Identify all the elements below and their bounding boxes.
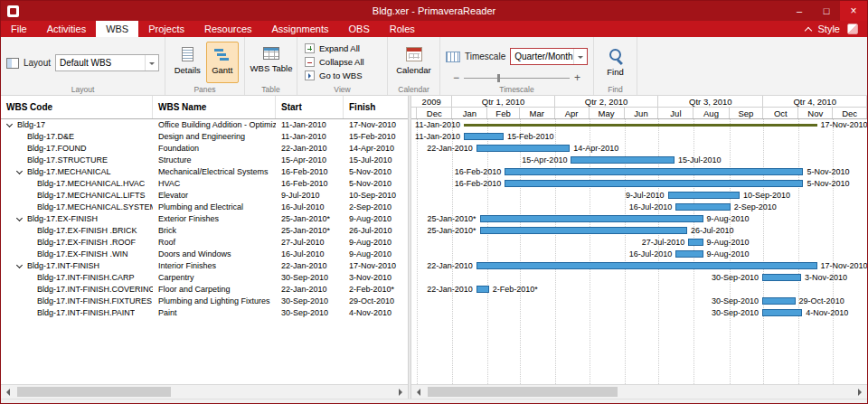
gantt-bar[interactable] xyxy=(464,133,504,140)
timeline-quarter-cell: Qtr 4, 2010 xyxy=(763,96,867,108)
bar-finish-date-label: 3-Nov-2010 xyxy=(805,272,847,284)
menu-tab-obs[interactable]: OBS xyxy=(339,21,380,37)
menu-tab-wbs[interactable]: WBS xyxy=(96,21,138,37)
main-content: WBS Code WBS Name Start Finish Bldg-17Of… xyxy=(1,96,867,399)
table-row[interactable]: Bldg-17.EX-FINISH .ROOFRoof27-Jul-20109-… xyxy=(1,237,408,249)
gantt-bar[interactable] xyxy=(688,239,703,246)
table-row[interactable]: Bldg-17Office Building Addition - Optimi… xyxy=(1,119,408,131)
menu-tab-activities[interactable]: Activities xyxy=(37,21,96,37)
table-row[interactable]: Bldg-17.EX-FINISHExterior Finishes25-Jan… xyxy=(1,213,408,225)
collapse-all-icon xyxy=(305,57,315,67)
gantt-summary-bar[interactable] xyxy=(464,124,817,127)
gantt-bar[interactable] xyxy=(476,286,489,293)
bar-finish-date-label: 17-Nov-2010 xyxy=(821,119,867,131)
bar-start-date-label: 11-Jan-2010 xyxy=(415,131,460,143)
menu-tab-assignments[interactable]: Assignments xyxy=(262,21,339,37)
column-header-wbs-name[interactable]: WBS Name xyxy=(153,96,276,118)
gantt-bar[interactable] xyxy=(476,262,817,269)
ribbon-group-view: Expand All Collapse All Go to WBS View xyxy=(297,37,388,95)
table-row[interactable]: Bldg-17.INT-FINISH.CARPCarpentry30-Sep-2… xyxy=(1,272,408,284)
wbs-name-cell: Elevator xyxy=(153,190,276,202)
collapse-ribbon-icon[interactable] xyxy=(804,26,811,33)
gantt-horizontal-scrollbar[interactable] xyxy=(411,384,867,399)
gantt-bar[interactable] xyxy=(762,297,796,305)
maximize-button[interactable]: □ xyxy=(813,1,840,21)
dropdown-arrow-icon[interactable] xyxy=(145,55,158,70)
gantt-bar[interactable] xyxy=(762,274,801,281)
calendar-button[interactable]: Calendar xyxy=(393,42,434,83)
scroll-right-icon[interactable] xyxy=(393,385,408,399)
scroll-right-icon[interactable] xyxy=(853,385,867,399)
start-cell: 15-Apr-2010 xyxy=(276,155,344,166)
table-row[interactable]: Bldg-17.INT-FINISH.COVERINGSFloor and Ca… xyxy=(1,284,408,296)
scrollbar-thumb[interactable] xyxy=(17,387,171,397)
style-label[interactable]: Style xyxy=(818,23,840,34)
collapse-chevron-icon[interactable] xyxy=(6,124,17,127)
find-button[interactable]: Find xyxy=(599,42,631,83)
timescale-zoom-slider[interactable] xyxy=(464,78,570,79)
menu-tab-resources[interactable]: Resources xyxy=(194,21,262,37)
menu-tab-roles[interactable]: Roles xyxy=(380,21,425,37)
scroll-left-icon[interactable] xyxy=(1,385,15,399)
wbs-name-cell: Exterior Finishes xyxy=(153,213,276,225)
gantt-row: 9-Jul-201010-Sep-2010 xyxy=(411,190,867,202)
table-row[interactable]: Bldg-17.EX-FINISH .WINDoors and Windows1… xyxy=(1,249,408,260)
gantt-bar[interactable] xyxy=(675,250,703,258)
column-header-start[interactable]: Start xyxy=(276,96,344,118)
menu-right: Style xyxy=(806,21,867,37)
details-button[interactable]: Details xyxy=(171,42,204,83)
collapse-chevron-icon[interactable] xyxy=(16,218,27,221)
gantt-button[interactable]: Gantt xyxy=(206,42,240,83)
bar-start-date-label: 16-Jul-2010 xyxy=(629,202,673,213)
table-row[interactable]: Bldg-17.MECHANICAL.LIFTSElevator9-Jul-20… xyxy=(1,190,408,202)
finish-cell: 9-Aug-2010 xyxy=(344,213,408,225)
gantt-bar[interactable] xyxy=(480,215,703,222)
collapse-chevron-icon[interactable] xyxy=(16,171,27,174)
slider-thumb[interactable] xyxy=(497,74,500,82)
table-row[interactable]: Bldg-17.INT-FINISHInterior Finishes22-Ja… xyxy=(1,260,408,272)
style-icon[interactable] xyxy=(847,23,858,34)
gantt-bar[interactable] xyxy=(505,168,803,175)
gantt-bar[interactable] xyxy=(480,227,687,234)
gantt-bar[interactable] xyxy=(476,145,570,152)
zoom-out-button[interactable]: − xyxy=(453,73,459,82)
layout-field-label: Layout xyxy=(24,58,51,68)
menu-tab-file[interactable]: File xyxy=(1,21,37,37)
dropdown-arrow-icon[interactable] xyxy=(573,49,587,64)
gantt-bar[interactable] xyxy=(675,203,730,211)
table-row[interactable]: Bldg-17.MECHANICAL.HVACHVAC16-Feb-20105-… xyxy=(1,178,408,190)
zoom-in-button[interactable]: + xyxy=(574,73,580,82)
scrollbar-thumb[interactable] xyxy=(428,387,618,397)
scroll-left-icon[interactable] xyxy=(411,385,426,399)
bar-finish-date-label: 2-Sep-2010 xyxy=(734,202,777,213)
table-horizontal-scrollbar[interactable] xyxy=(1,384,408,399)
gantt-bar[interactable] xyxy=(505,180,803,187)
table-row[interactable]: Bldg-17.EX-FINISH .BRICKBrick25-Jan-2010… xyxy=(1,225,408,237)
table-row[interactable]: Bldg-17.INT-FINISH.PAINTPaint30-Sep-2010… xyxy=(1,307,408,319)
table-row[interactable]: Bldg-17.MECHANICAL.SYSTEMSPlumbing and E… xyxy=(1,202,408,213)
table-row[interactable]: Bldg-17.MECHANICALMechanical/Electrical … xyxy=(1,166,408,178)
table-row[interactable]: Bldg-17.INT-FINISH.FIXTURESPlumbing and … xyxy=(1,296,408,307)
table-row[interactable]: Bldg-17.D&EDesign and Engineering11-Jan-… xyxy=(1,131,408,143)
minimize-button[interactable]: – xyxy=(786,1,813,21)
table-row[interactable]: Bldg-17.FOUNDFoundation22-Jan-201014-Apr… xyxy=(1,143,408,155)
collapse-all-button[interactable]: Collapse All xyxy=(303,55,382,69)
layout-combobox[interactable]: Default WBS xyxy=(55,54,159,71)
gantt-bar[interactable] xyxy=(571,156,675,164)
go-to-wbs-button[interactable]: Go to WBS xyxy=(303,69,382,82)
wbs-name-cell: Plumbing and Lighting Fixtures xyxy=(153,296,276,307)
close-button[interactable]: × xyxy=(840,1,867,21)
table-row[interactable]: Bldg-17.STRUCTUREStructure15-Apr-201015-… xyxy=(1,155,408,166)
gantt-bar[interactable] xyxy=(762,309,802,316)
expand-all-button[interactable]: Expand All xyxy=(303,42,382,55)
timescale-combobox[interactable]: Quarter/Month xyxy=(510,48,588,65)
column-header-finish[interactable]: Finish xyxy=(344,96,408,118)
wbs-name-cell: Floor and Carpeting xyxy=(153,284,276,296)
gantt-bar[interactable] xyxy=(668,192,740,199)
wbs-table-button[interactable]: WBS Table xyxy=(250,42,292,83)
gantt-row: 27-Jul-20109-Aug-2010 xyxy=(411,237,867,249)
collapse-chevron-icon[interactable] xyxy=(16,265,27,268)
column-header-wbs-code[interactable]: WBS Code xyxy=(1,96,153,118)
group-label-find: Find xyxy=(594,85,637,94)
menu-tab-projects[interactable]: Projects xyxy=(138,21,194,37)
